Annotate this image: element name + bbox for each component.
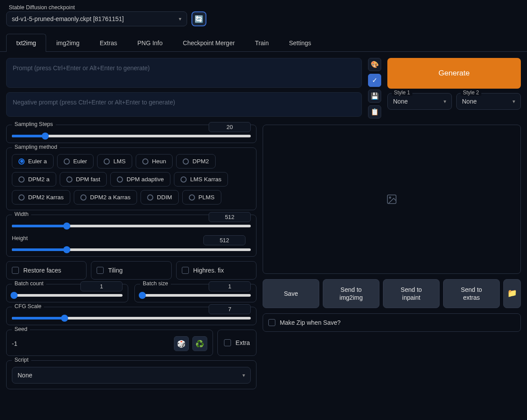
sampling-method-options: Euler aEulerLMSHeunDPM2DPM2 aDPM fastDPM… xyxy=(12,154,251,205)
prompt-input[interactable] xyxy=(6,58,362,88)
checkpoint-label: Stable Diffusion checkpoint xyxy=(9,4,521,11)
batch-count-slider[interactable] xyxy=(12,294,123,297)
width-slider[interactable] xyxy=(12,225,251,227)
chevron-down-icon: ▾ xyxy=(513,98,515,104)
sampling-steps-label: Sampling Steps xyxy=(12,121,56,127)
tab-pnginfo[interactable]: PNG Info xyxy=(127,34,173,52)
svg-point-1 xyxy=(390,197,391,198)
random-seed-button[interactable]: 🎲 xyxy=(174,336,189,351)
sampler-option-label: DPM adaptive xyxy=(126,176,164,183)
tab-settings[interactable]: Settings xyxy=(279,34,321,52)
image-placeholder-icon xyxy=(386,194,397,205)
tab-img2img[interactable]: img2img xyxy=(46,34,90,52)
checkpoint-value: sd-v1-5-pruned-emaonly.ckpt [81761151] xyxy=(12,15,124,22)
highres-fix-checkbox[interactable]: Highres. fix xyxy=(176,261,256,280)
checkbox-icon xyxy=(224,339,231,346)
main-tabs: txt2img img2img Extras PNG Info Checkpoi… xyxy=(0,33,527,52)
tab-train[interactable]: Train xyxy=(245,34,279,52)
seed-extra-label: Extra xyxy=(235,339,250,346)
sampler-option-ddim[interactable]: DDIM xyxy=(141,190,179,205)
style2-label: Style 2 xyxy=(461,90,481,96)
check-icon: ✓ xyxy=(372,76,378,84)
script-value: None xyxy=(18,372,32,379)
cfg-scale-label: CFG Scale xyxy=(12,303,44,309)
style1-value: None xyxy=(393,98,408,105)
sampler-option-dpm-fast[interactable]: DPM fast xyxy=(60,172,107,187)
sampler-option-heun[interactable]: Heun xyxy=(136,154,173,169)
batch-size-slider[interactable] xyxy=(140,294,251,297)
radio-icon xyxy=(104,158,110,165)
checkbox-icon xyxy=(268,319,275,326)
radio-icon xyxy=(80,194,87,201)
save-style-button[interactable]: 💾 xyxy=(368,90,381,103)
sampler-option-label: Euler xyxy=(73,158,87,165)
height-slider[interactable] xyxy=(12,248,251,251)
sampler-option-euler-a[interactable]: Euler a xyxy=(12,154,54,169)
radio-icon xyxy=(183,158,189,165)
save-output-button[interactable]: Save xyxy=(263,279,319,308)
sampler-option-dpm2[interactable]: DPM2 xyxy=(176,154,216,169)
generate-button[interactable]: Generate xyxy=(387,58,521,89)
radio-icon xyxy=(180,176,187,183)
batch-size-label: Batch size xyxy=(140,280,171,287)
radio-icon xyxy=(189,194,195,201)
sampler-option-label: LMS xyxy=(113,158,126,165)
radio-icon xyxy=(66,176,72,183)
interrogate-button[interactable]: 🎨 xyxy=(368,58,381,71)
sampling-steps-value[interactable]: 20 xyxy=(209,122,251,132)
paste-button[interactable]: 📋 xyxy=(368,105,381,118)
clipboard-icon: 📋 xyxy=(371,108,379,116)
seed-extra-checkbox[interactable]: Extra xyxy=(217,330,256,356)
tab-extras[interactable]: Extras xyxy=(90,34,127,52)
chevron-down-icon: ▾ xyxy=(444,98,446,104)
sampler-option-label: Heun xyxy=(152,158,166,165)
cfg-scale-value[interactable]: 7 xyxy=(209,304,251,314)
tab-checkpoint-merger[interactable]: Checkpoint Merger xyxy=(173,34,245,52)
sampling-method-label: Sampling method xyxy=(12,144,60,150)
palette-icon: 🎨 xyxy=(371,61,379,68)
sampler-option-lms-karras[interactable]: LMS Karras xyxy=(174,172,228,187)
checkpoint-select[interactable]: sd-v1-5-pruned-emaonly.ckpt [81761151] ▾ xyxy=(6,11,187,26)
sampler-option-label: DPM2 Karras xyxy=(28,194,64,201)
tiling-checkbox[interactable]: Tiling xyxy=(91,261,171,280)
sampling-steps-slider[interactable] xyxy=(12,135,251,137)
batch-size-value[interactable]: 1 xyxy=(209,281,251,291)
send-to-inpaint-button[interactable]: Send to inpaint xyxy=(383,279,440,308)
sampler-option-dpm2-a-karras[interactable]: DPM2 a Karras xyxy=(74,190,137,205)
sampler-option-label: DPM2 xyxy=(192,158,209,165)
make-zip-checkbox[interactable]: Make Zip when Save? xyxy=(263,313,521,332)
sampler-option-dpm2-a[interactable]: DPM2 a xyxy=(12,172,56,187)
batch-count-value[interactable]: 1 xyxy=(80,281,123,291)
sampler-option-label: LMS Karras xyxy=(190,176,221,183)
refresh-checkpoint-button[interactable]: 🔄 xyxy=(191,11,206,26)
sampler-option-label: DPM2 a Karras xyxy=(90,194,130,201)
tab-txt2img[interactable]: txt2img xyxy=(6,34,46,52)
checkbox-icon xyxy=(182,267,189,274)
radio-icon xyxy=(117,176,123,183)
sampler-option-label: DPM2 a xyxy=(28,176,50,183)
radio-icon xyxy=(18,194,25,201)
recycle-icon: ♻️ xyxy=(195,340,204,348)
send-to-extras-button[interactable]: Send to extras xyxy=(443,279,500,308)
batch-count-label: Batch count xyxy=(12,280,46,287)
negative-prompt-input[interactable] xyxy=(6,92,362,117)
sampler-option-plms[interactable]: PLMS xyxy=(182,190,221,205)
checkbox-icon xyxy=(97,267,104,274)
restore-faces-checkbox[interactable]: Restore faces xyxy=(6,261,87,280)
sampler-option-lms[interactable]: LMS xyxy=(97,154,132,169)
output-preview xyxy=(263,125,521,274)
cfg-scale-slider[interactable] xyxy=(12,317,251,319)
script-select[interactable]: None ▾ xyxy=(12,367,251,384)
width-value[interactable]: 512 xyxy=(209,212,251,222)
chevron-down-icon: ▾ xyxy=(179,16,181,22)
reuse-seed-button[interactable]: ♻️ xyxy=(192,336,207,351)
send-to-img2img-button[interactable]: Send to img2img xyxy=(323,279,379,308)
height-value[interactable]: 512 xyxy=(203,235,245,245)
sampler-option-dpm-adaptive[interactable]: DPM adaptive xyxy=(110,172,170,187)
seed-input[interactable] xyxy=(12,340,170,347)
open-folder-button[interactable]: 📁 xyxy=(503,279,521,308)
style1-label: Style 1 xyxy=(392,90,412,96)
apply-style-button[interactable]: ✓ xyxy=(368,74,381,87)
sampler-option-euler[interactable]: Euler xyxy=(57,154,94,169)
sampler-option-dpm2-karras[interactable]: DPM2 Karras xyxy=(12,190,70,205)
